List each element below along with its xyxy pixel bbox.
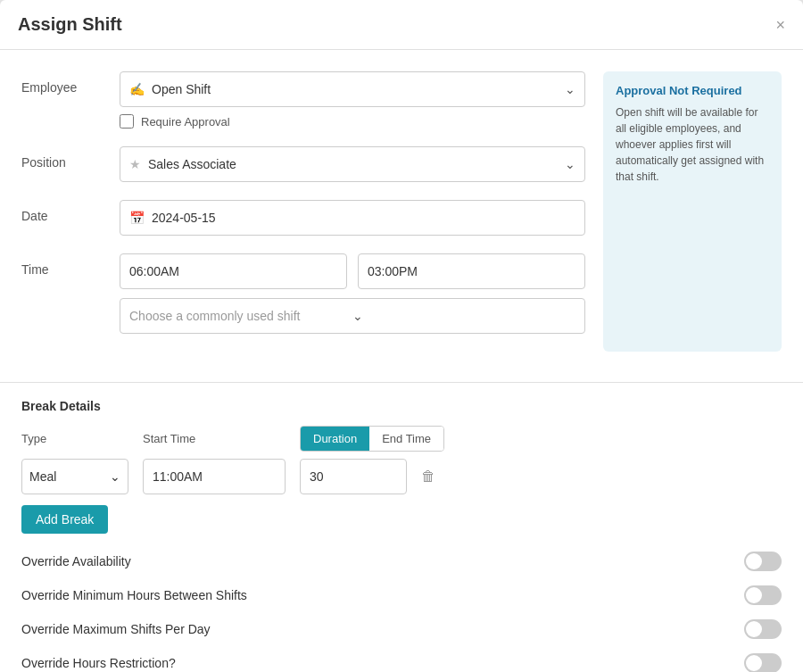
modal-title: Assign Shift [18, 14, 122, 35]
employee-chevron-icon: ⌄ [565, 82, 575, 96]
employee-value: Open Shift [152, 82, 565, 96]
break-type-chevron-icon: ⌄ [110, 469, 120, 484]
toggle-row-override-min-hours: Override Minimum Hours Between Shifts [21, 585, 782, 605]
shift-chevron-icon: ⌄ [352, 309, 575, 323]
date-input[interactable]: 📅 [120, 200, 585, 236]
date-control-wrap: 📅 [120, 200, 585, 236]
info-box-text: Open shift will be available for all eli… [616, 104, 769, 185]
break-duration-input[interactable] [300, 459, 407, 494]
position-dropdown[interactable]: ★ Sales Associate ⌄ [120, 146, 585, 182]
info-box: Approval Not Required Open shift will be… [603, 71, 782, 352]
toggle-row-override-hours-restriction: Override Hours Restriction? [21, 653, 782, 672]
calendar-icon: 📅 [129, 211, 145, 225]
position-row: Position ★ Sales Associate ⌄ [21, 146, 585, 182]
break-section-title: Break Details [21, 399, 782, 413]
employee-row: Employee ✍ Open Shift ⌄ Require Approval [21, 71, 585, 129]
require-approval-label: Require Approval [141, 115, 230, 129]
add-break-button[interactable]: Add Break [21, 505, 108, 534]
date-row: Date 📅 [21, 200, 585, 236]
toggle-switch-override-availability[interactable] [744, 552, 782, 571]
toggle-switch-override-hours-restriction[interactable] [744, 653, 782, 672]
break-type-value: Meal [29, 469, 56, 484]
date-label: Date [21, 200, 120, 223]
modal-header: Assign Shift × [0, 0, 803, 50]
require-approval-row: Require Approval [120, 114, 585, 129]
break-type-header: Type [21, 432, 128, 445]
end-time-button[interactable]: End Time [369, 427, 443, 451]
star-icon: ★ [129, 157, 141, 171]
date-field[interactable] [152, 211, 575, 225]
toggle-switch-override-max-shifts[interactable] [744, 619, 782, 639]
break-start-input[interactable] [143, 459, 286, 494]
close-modal-button[interactable]: × [775, 17, 785, 33]
toggle-row-override-max-shifts: Override Maximum Shifts Per Day [21, 619, 782, 639]
require-approval-checkbox[interactable] [120, 114, 134, 129]
time-start-input[interactable] [120, 253, 347, 289]
break-type-dropdown[interactable]: Meal ⌄ [21, 459, 128, 494]
break-section: Break Details Type Start Time Duration E… [0, 399, 803, 552]
break-headers: Type Start Time Duration End Time [21, 426, 782, 452]
time-row: Time Choose a commonly used shift ⌄ [21, 253, 585, 334]
time-label: Time [21, 253, 120, 277]
employee-control-wrap: ✍ Open Shift ⌄ Require Approval [120, 71, 585, 129]
position-chevron-icon: ⌄ [565, 157, 575, 171]
position-control-wrap: ★ Sales Associate ⌄ [120, 146, 585, 182]
toggle-label-override-max-shifts: Override Maximum Shifts Per Day [21, 622, 211, 636]
employee-label: Employee [21, 71, 120, 95]
shift-placeholder: Choose a commonly used shift [129, 309, 352, 323]
position-value: Sales Associate [148, 157, 565, 171]
info-box-title: Approval Not Required [616, 84, 769, 97]
delete-break-icon[interactable]: 🗑 [421, 469, 435, 485]
shift-dropdown[interactable]: Choose a commonly used shift ⌄ [120, 298, 585, 334]
modal-body: Employee ✍ Open Shift ⌄ Require Approval… [0, 50, 803, 373]
user-icon: ✍ [129, 82, 145, 96]
time-end-input[interactable] [358, 253, 585, 289]
position-label: Position [21, 146, 120, 170]
time-inputs [120, 253, 585, 289]
modal: Assign Shift × Employee ✍ Open Shift ⌄ R… [0, 0, 803, 672]
break-row: Meal ⌄ 🗑 [21, 459, 782, 494]
toggle-label-override-min-hours: Override Minimum Hours Between Shifts [21, 588, 247, 602]
toggle-label-override-hours-restriction: Override Hours Restriction? [21, 656, 176, 670]
toggle-section: Override AvailabilityOverride Minimum Ho… [0, 552, 803, 672]
break-start-header: Start Time [143, 432, 286, 445]
form-section: Employee ✍ Open Shift ⌄ Require Approval… [21, 71, 585, 352]
toggle-label-override-availability: Override Availability [21, 554, 131, 568]
employee-dropdown[interactable]: ✍ Open Shift ⌄ [120, 71, 585, 107]
toggle-switch-override-min-hours[interactable] [744, 585, 782, 605]
duration-button[interactable]: Duration [301, 427, 369, 451]
toggle-row-override-availability: Override Availability [21, 552, 782, 571]
break-duration-toggle: Duration End Time [300, 426, 444, 452]
time-control-wrap: Choose a commonly used shift ⌄ [120, 253, 585, 334]
